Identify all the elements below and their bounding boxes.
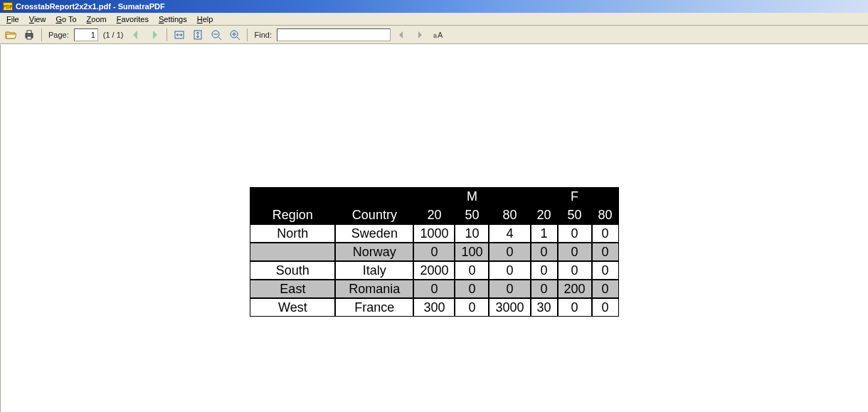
document-view[interactable]: M F Region Country 20 50 80 20 50 80 Nor… [0,44,868,412]
table-row: East Romania 0 0 0 0 200 0 [250,280,618,298]
cell-value: 0 [558,243,592,261]
cell-value: 0 [558,261,592,280]
svg-rect-2 [27,36,31,39]
header-sub: 80 [592,206,619,224]
fit-page-button[interactable] [190,27,206,43]
cell-value: 0 [413,280,455,298]
zoom-in-icon [229,29,240,41]
cell-value: 4 [489,224,530,243]
toolbar-separator [41,28,42,41]
cell-value: 0 [531,280,558,298]
cell-value: 0 [592,261,619,280]
match-case-button[interactable]: aA [430,27,446,43]
cell-value: 3000 [489,298,530,317]
fit-width-button[interactable] [171,27,187,43]
app-icon: PDF [3,2,13,11]
page: M F Region Country 20 50 80 20 50 80 Nor… [1,45,868,317]
printer-icon [23,29,35,41]
cell-value: 10 [455,224,489,243]
find-next-button[interactable] [412,27,428,43]
header-group-m: M [413,187,530,206]
cell-region [250,243,335,261]
cell-value: 0 [592,224,619,243]
header-region: Region [250,206,335,224]
header-country: Country [335,206,413,224]
cell-value: 300 [413,298,455,317]
prev-page-button[interactable] [128,27,144,43]
zoom-in-button[interactable] [227,27,243,43]
cell-value: 0 [592,298,619,317]
header-sub: 20 [531,206,558,224]
page-input[interactable] [74,28,98,41]
table-row: Norway 0 100 0 0 0 0 [250,243,618,261]
cell-value: 0 [413,243,455,261]
cell-country: Norway [335,243,413,261]
cell-region: East [250,280,335,298]
cell-value: 0 [558,224,592,243]
chevron-right-icon [414,29,425,41]
cell-country: France [335,298,413,317]
table-body: North Sweden 1000 10 4 1 0 0 Norway 0 10… [250,224,618,317]
open-button[interactable] [3,27,18,43]
find-input[interactable] [277,28,391,41]
cell-value: 0 [489,243,530,261]
toolbar-separator [247,28,248,41]
header-sub: 20 [413,206,455,224]
cell-value: 0 [489,261,530,280]
toolbar: Page: (1 / 1) Find: aA [0,26,868,44]
menu-file[interactable]: File [1,14,24,25]
cell-value: 0 [455,298,489,317]
menu-goto[interactable]: Go To [51,14,81,25]
zoom-out-button[interactable] [208,27,224,43]
svg-line-6 [218,37,221,40]
svg-text:a: a [433,32,437,39]
menu-view[interactable]: View [24,14,51,25]
svg-line-9 [237,37,240,40]
menu-help[interactable]: Help [192,14,218,25]
header-row-cols: Region Country 20 50 80 20 50 80 [250,206,618,224]
cell-region: South [250,261,335,280]
match-case-icon: aA [433,29,444,41]
svg-text:A: A [438,31,443,39]
page-label: Page: [46,31,71,39]
cell-value: 1 [531,224,558,243]
table-row: West France 300 0 3000 30 0 0 [250,298,618,317]
menu-zoom[interactable]: Zoom [82,14,112,25]
cell-value: 0 [489,280,530,298]
page-count-label: (1 / 1) [101,31,126,39]
chevron-left-icon [396,29,407,41]
cell-value: 2000 [413,261,455,280]
find-label: Find: [252,31,273,39]
cell-value: 0 [531,261,558,280]
cell-region: West [250,298,335,317]
cell-value: 1000 [413,224,455,243]
menu-favorites[interactable]: Favorites [112,14,154,25]
menubar: File View Go To Zoom Favorites Settings … [0,13,868,26]
folder-open-icon [5,29,16,41]
header-sub: 80 [489,206,530,224]
print-button[interactable] [21,27,37,43]
arrow-left-icon [130,29,142,41]
cell-value: 100 [455,243,489,261]
crosstab-table: M F Region Country 20 50 80 20 50 80 Nor… [250,187,618,317]
fit-page-icon [192,29,203,41]
svg-rect-1 [27,31,31,33]
titlebar: PDF CrosstabReport2x2x1.pdf - SumatraPDF [0,0,868,13]
cell-value: 30 [531,298,558,317]
window-title: CrosstabReport2x2x1.pdf - SumatraPDF [16,2,165,11]
arrow-right-icon [149,29,160,41]
cell-value: 0 [455,261,489,280]
cell-value: 0 [531,243,558,261]
find-prev-button[interactable] [393,27,409,43]
zoom-out-icon [211,29,222,41]
table-row: North Sweden 1000 10 4 1 0 0 [250,224,618,243]
fit-width-icon [174,29,185,41]
header-sub: 50 [558,206,592,224]
cell-value: 0 [592,280,619,298]
next-page-button[interactable] [147,27,162,43]
header-blank [335,187,413,206]
menu-settings[interactable]: Settings [154,14,192,25]
cell-value: 0 [592,243,619,261]
cell-value: 0 [558,298,592,317]
cell-region: North [250,224,335,243]
